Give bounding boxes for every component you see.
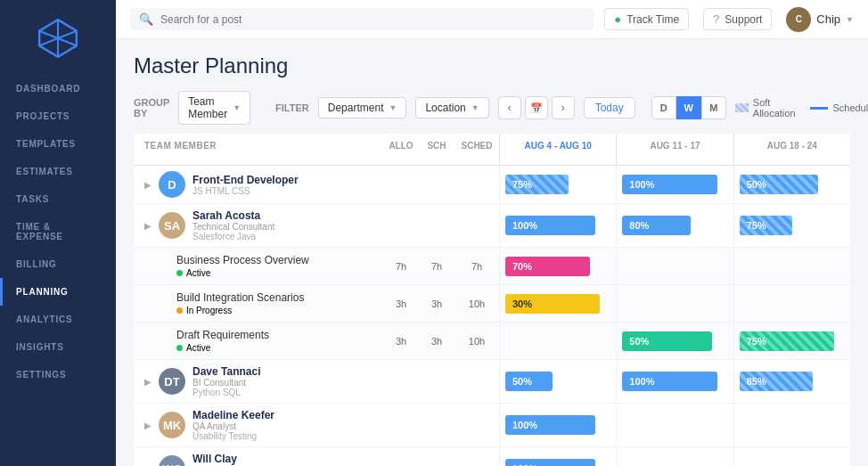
- cell-week3: 85%: [733, 360, 850, 403]
- bar: 100%: [505, 415, 595, 435]
- cell-week3: 75%: [733, 323, 850, 359]
- main-content: 🔍 ● Track Time ? Support C Chip ▼ Master…: [116, 0, 868, 466]
- member-skills: Salesforce Java: [192, 232, 274, 241]
- member-row[interactable]: ▶ WC Will Clay Delivery Manager CISSP SC…: [134, 447, 850, 466]
- member-row[interactable]: ▶ DT Dave Tannaci BI Consultant Python S…: [134, 360, 850, 404]
- today-button[interactable]: Today: [584, 97, 635, 119]
- cell-allo: [383, 447, 419, 466]
- user-menu[interactable]: C Chip ▼: [786, 7, 854, 32]
- expand-icon[interactable]: ▶: [144, 221, 151, 231]
- chevron-down-icon: ▼: [233, 103, 241, 112]
- chevron-down-icon: ▼: [846, 15, 854, 24]
- expand-icon[interactable]: ▶: [144, 421, 151, 430]
- avatar: C: [786, 7, 811, 32]
- cell-sched: [454, 404, 499, 446]
- member-avatar: DT: [159, 368, 185, 395]
- sidebar-item-settings[interactable]: SETTINGS: [0, 361, 116, 388]
- support-label: Support: [725, 13, 762, 26]
- task-status: In Progress: [176, 306, 304, 315]
- location-select[interactable]: Location ▼: [415, 97, 488, 119]
- view-week-button[interactable]: W: [676, 96, 701, 119]
- filter-select[interactable]: Department ▼: [318, 97, 407, 119]
- sidebar-item-planning[interactable]: PLANNING: [0, 278, 116, 306]
- scheduled-icon: [810, 107, 828, 110]
- bar: 50%: [740, 175, 819, 194]
- cell-team: ▶ DT Dave Tannaci BI Consultant Python S…: [134, 360, 383, 403]
- member-skills: Usability Testing: [192, 431, 274, 441]
- cell-sch: [419, 166, 454, 203]
- cell-sched: 7h: [454, 248, 499, 284]
- col-allo-header: ALLO: [383, 134, 419, 165]
- page-content: Master Planning GROUP BY Team Member ▼ F…: [116, 39, 868, 466]
- soft-allocation-label: Soft Allocation: [753, 97, 800, 119]
- sidebar-item-dashboard[interactable]: DASHBOARD: [0, 75, 116, 102]
- prev-button[interactable]: ‹: [498, 96, 521, 119]
- task-row[interactable]: Business Process Overview Active 7h 7h 7…: [134, 248, 850, 285]
- bar: 70%: [505, 257, 590, 276]
- topbar: 🔍 ● Track Time ? Support C Chip ▼: [116, 0, 868, 39]
- cell-allo: 3h: [383, 323, 419, 359]
- sidebar-item-templates[interactable]: TEMPLATES: [0, 130, 116, 158]
- clock-icon: ●: [614, 12, 621, 26]
- cell-week1: 75%: [499, 166, 616, 203]
- sidebar-item-analytics[interactable]: ANALYTICS: [0, 306, 116, 333]
- support-button[interactable]: ? Support: [703, 8, 772, 30]
- toolbar: GROUP BY Team Member ▼ FILTER Department…: [134, 91, 850, 134]
- cell-week2: 100%: [616, 166, 733, 203]
- sidebar-item-billing[interactable]: BILLING: [0, 250, 116, 278]
- bar: 50%: [622, 331, 712, 351]
- legend-scheduled: Scheduled: [810, 102, 868, 113]
- grid-container: TEAM MEMBER ALLO SCH SCHED AUG 4 - AUG 1…: [134, 134, 850, 466]
- view-month-button[interactable]: M: [701, 96, 726, 119]
- search-input[interactable]: [160, 13, 585, 26]
- next-button[interactable]: ›: [552, 96, 575, 119]
- cell-week2: [616, 404, 733, 446]
- cell-week3: [733, 404, 850, 446]
- cell-sch: 3h: [419, 323, 454, 359]
- col-sch-header: SCH: [419, 134, 454, 165]
- sidebar-item-tasks[interactable]: TASKS: [0, 185, 116, 213]
- member-role: QA Analyst: [192, 421, 274, 431]
- group-by-select[interactable]: Team Member ▼: [178, 91, 250, 125]
- search-box: 🔍: [130, 8, 594, 30]
- track-time-label: Track Time: [626, 13, 679, 26]
- sidebar-item-projects[interactable]: PROJECTS: [0, 102, 116, 130]
- task-row[interactable]: Build Integration Scenarios In Progress …: [134, 285, 850, 323]
- cell-week1: 100%: [499, 204, 616, 247]
- cell-team: ▶ D Front-End Developer JS HTML CSS: [134, 166, 383, 203]
- track-time-button[interactable]: ● Track Time: [604, 8, 689, 30]
- member-row[interactable]: ▶ D Front-End Developer JS HTML CSS 75% …: [134, 166, 850, 204]
- member-avatar: MK: [159, 412, 185, 438]
- cell-week2: [616, 248, 733, 284]
- cell-allo: [383, 404, 419, 446]
- bar: 100%: [622, 372, 717, 391]
- cell-week2: [616, 447, 733, 466]
- cell-week2: 80%: [616, 204, 733, 247]
- expand-icon[interactable]: ▶: [144, 377, 151, 387]
- member-info: Dave Tannaci BI Consultant Python SQL: [192, 365, 260, 397]
- sidebar-item-time-expense[interactable]: TIME & EXPENSE: [0, 213, 116, 250]
- cell-sched: 10h: [454, 323, 499, 359]
- expand-icon[interactable]: ▶: [144, 180, 151, 190]
- view-day-button[interactable]: D: [651, 96, 676, 119]
- cell-sched: [454, 204, 499, 247]
- support-icon: ?: [713, 12, 719, 26]
- member-avatar: D: [159, 171, 185, 198]
- cell-sch: 3h: [419, 285, 454, 322]
- task-row[interactable]: Draft Requirements Active 3h 3h 10h 50% …: [134, 323, 850, 360]
- cell-week3: 75%: [733, 204, 850, 247]
- chevron-down-icon: ▼: [389, 103, 397, 112]
- member-row[interactable]: ▶ MK Madeline Keefer QA Analyst Usabilit…: [134, 404, 850, 447]
- group-by-label: GROUP BY: [134, 97, 169, 119]
- calendar-button[interactable]: 📅: [525, 96, 548, 119]
- sidebar-nav: DASHBOARD PROJECTS TEMPLATES ESTIMATES T…: [0, 75, 116, 388]
- cell-allo: [383, 166, 419, 203]
- sidebar-item-insights[interactable]: INSIGHTS: [0, 333, 116, 361]
- member-name: Dave Tannaci: [192, 365, 260, 378]
- member-row[interactable]: ▶ SA Sarah Acosta Technical Consultant S…: [134, 204, 850, 248]
- cell-week1: 100%: [499, 447, 616, 466]
- sidebar-item-estimates[interactable]: ESTIMATES: [0, 158, 116, 185]
- member-role: Technical Consultant: [192, 222, 274, 232]
- cell-week3: [733, 285, 850, 322]
- cell-sch: [419, 404, 454, 446]
